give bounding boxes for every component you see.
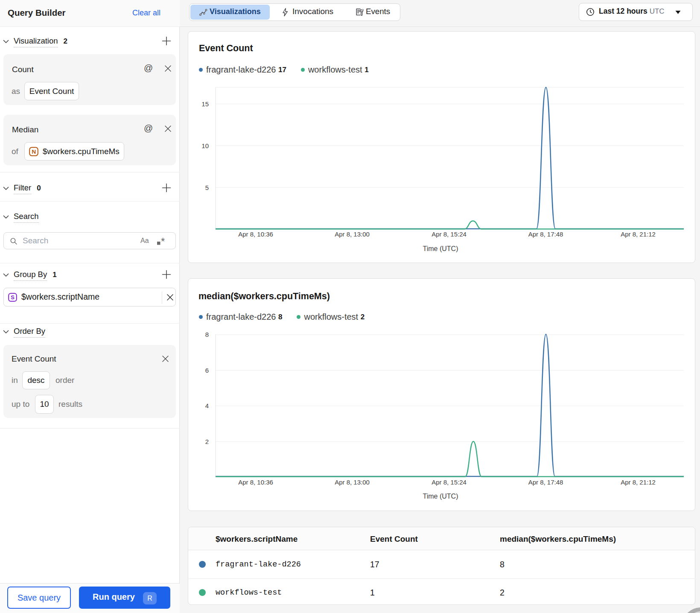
svg-text:2: 2 <box>205 438 209 445</box>
svg-text:Apr 8, 10:36: Apr 8, 10:36 <box>238 231 273 238</box>
svg-text:Apr 8, 17:48: Apr 8, 17:48 <box>528 479 563 486</box>
svg-text:6: 6 <box>205 367 209 374</box>
svg-text:Apr 8, 17:48: Apr 8, 17:48 <box>528 231 563 238</box>
svg-text:N: N <box>32 149 36 155</box>
svg-text:*: * <box>161 236 165 247</box>
svg-text:Apr 8, 15:24: Apr 8, 15:24 <box>432 231 467 238</box>
svg-text:Time (UTC): Time (UTC) <box>423 245 458 252</box>
svg-text:Apr 8, 13:00: Apr 8, 13:00 <box>335 479 370 486</box>
svg-text:Apr 8, 10:36: Apr 8, 10:36 <box>238 479 273 486</box>
svg-text:5: 5 <box>205 184 209 191</box>
svg-text:8: 8 <box>205 331 209 338</box>
svg-text:Apr 8, 15:24: Apr 8, 15:24 <box>432 479 467 486</box>
svg-text:4: 4 <box>205 402 209 409</box>
svg-text:Apr 8, 21:12: Apr 8, 21:12 <box>621 231 656 238</box>
svg-text:Apr 8, 13:00: Apr 8, 13:00 <box>335 231 370 238</box>
svg-text:15: 15 <box>201 100 209 108</box>
svg-text:Time (UTC): Time (UTC) <box>423 493 458 500</box>
svg-text:10: 10 <box>201 142 209 149</box>
svg-text:S: S <box>11 294 15 301</box>
svg-text:Apr 8, 21:12: Apr 8, 21:12 <box>621 479 656 486</box>
